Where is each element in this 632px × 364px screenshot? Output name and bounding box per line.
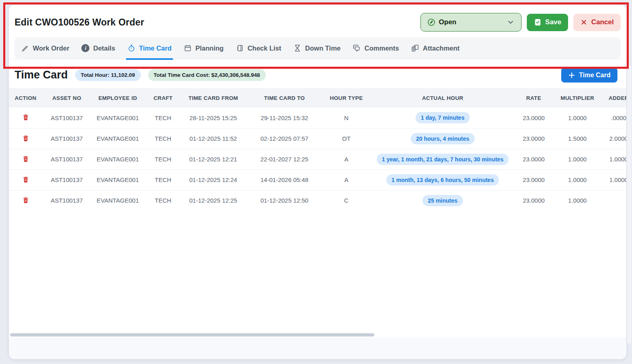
cell-asset-no: AST100137 [42,169,91,190]
tab-comments[interactable]: Comments [353,37,399,59]
cell-hour-type: A [324,149,368,169]
tab-work-order[interactable]: Work Order [21,37,69,59]
cell-time-card-from: 28-11-2025 15:25 [182,108,244,128]
column-header-actual-hour: ACTUAL HOUR [368,88,517,108]
cell-rate: 23.0000 [517,169,550,190]
total-cost-badge: Total Time Card Cost: $2,430,306,548.948 [148,69,266,81]
cell-time-card-to: 22-01-2027 12:25 [244,149,324,169]
actual-hour-pill: 20 hours, 4 minutes [411,133,474,144]
attachment-icon [411,44,419,52]
table-row: AST100137 EVANTAGE001 TECH 28-11-2025 15… [9,108,626,128]
cell-rate: 23.0000 [517,108,550,128]
cell-employee-id: EVANTAGE001 [91,128,144,149]
status-dropdown[interactable]: Open [420,13,522,32]
card-footer [9,337,626,359]
cell-asset-no: AST100137 [42,128,91,149]
cell-time-card-to: 14-01-2026 05:48 [244,169,324,190]
cell-time-card-to: 29-11-2025 15:32 [244,108,324,128]
cell-craft: TECH [144,190,182,211]
trash-icon [22,113,29,121]
table-row: AST100137 EVANTAGE001 TECH 01-12-2025 12… [9,190,626,211]
cell-adder: 2.0000 [604,128,626,149]
table-row: AST100137 EVANTAGE001 TECH 01-12-2025 11… [9,128,626,149]
tab-details[interactable]: i Details [81,37,115,59]
save-button[interactable]: Save [527,14,568,31]
notebook-icon [236,44,244,52]
total-hour-badge: Total Hour: 11,102.09 [75,69,141,81]
cell-multiplier: 1.0000 [550,190,604,211]
cell-employee-id: EVANTAGE001 [91,108,144,128]
column-header-hour-type: HOUR TYPE [324,88,368,108]
tab-label: Work Order [33,44,69,52]
work-order-card: Edit CWO100526 Work Order Open Save Canc… [9,5,626,359]
actual-hour-pill: 1 month, 13 days, 6 hours, 50 minutes [386,174,499,186]
cell-adder: 1.0000 [604,149,626,169]
open-status-leaf-icon [427,18,435,26]
cell-time-card-from: 01-12-2025 11:52 [182,128,244,149]
cancel-x-icon [580,19,587,26]
table-header-row: ACTIONASSET NOEMPLOYEE IDCRAFTTIME CARD … [9,88,626,108]
cell-actual-hour: 1 year, 1 month, 21 days, 7 hours, 30 mi… [368,149,517,169]
cell-time-card-from: 01-12-2025 12:25 [182,190,244,211]
cell-hour-type: N [324,108,368,128]
tab-down-time[interactable]: Down Time [293,37,341,59]
cell-actual-hour: 25 minutes [368,190,517,211]
table-row: AST100137 EVANTAGE001 TECH 01-12-2025 12… [9,149,626,169]
column-header-time-card-to: TIME CARD TO [244,88,324,108]
save-button-label: Save [545,18,562,26]
tab-attachment[interactable]: Attachment [411,37,460,59]
column-header-employee-id: EMPLOYEE ID [91,88,144,108]
time-card-table: ACTIONASSET NOEMPLOYEE IDCRAFTTIME CARD … [9,88,626,211]
cell-hour-type: A [324,169,368,190]
cell-multiplier: 1.0000 [550,149,604,169]
column-header-asset-no: ASSET NO [42,88,91,108]
delete-row-button[interactable] [22,196,29,204]
cell-rate: 23.0000 [517,190,550,211]
hourglass-icon [293,44,301,52]
delete-row-button[interactable] [22,113,29,121]
cell-asset-no: AST100137 [42,149,91,169]
tab-planning[interactable]: Planning [184,37,224,59]
comments-icon [353,44,361,52]
info-icon: i [81,44,89,52]
add-time-card-button[interactable]: Time Card [561,68,617,83]
horizontal-scrollbar-thumb[interactable] [10,333,374,336]
time-card-section-head: Time Card Total Hour: 11,102.09 Total Ti… [9,59,626,88]
delete-row-button[interactable] [22,155,29,163]
stopwatch-icon [127,44,136,52]
delete-row-button[interactable] [22,134,29,142]
table-row: AST100137 EVANTAGE001 TECH 01-12-2025 12… [9,169,626,190]
tabs-bar: Work Order i Details Time Card Planning … [15,37,621,59]
cell-craft: TECH [144,108,182,128]
cell-time-card-from: 01-12-2025 12:24 [182,169,244,190]
cell-multiplier: 1.5000 [550,128,604,149]
cell-actual-hour: 1 month, 13 days, 6 hours, 50 minutes [368,169,517,190]
actual-hour-pill: 1 day, 7 minutes [416,112,470,123]
cell-multiplier: 1.0000 [550,169,604,190]
delete-row-button[interactable] [22,176,29,183]
cell-time-card-to: 02-12-2025 07:57 [244,128,324,149]
cancel-button[interactable]: Cancel [573,14,621,31]
pen-icon [21,44,29,52]
trash-icon [22,196,29,204]
cell-rate: 23.0000 [517,128,550,149]
cell-employee-id: EVANTAGE001 [91,149,144,169]
cell-adder: .0000 [604,108,626,128]
cell-hour-type: C [324,190,368,211]
vertical-scrollbar-thumb[interactable] [627,65,631,344]
tab-check-list[interactable]: Check List [236,37,281,59]
cell-actual-hour: 1 day, 7 minutes [368,108,517,128]
cell-adder: 1.0000 [604,169,626,190]
save-check-icon [534,18,542,26]
cancel-button-label: Cancel [591,18,614,26]
tab-label: Attachment [423,44,460,52]
tab-time-card[interactable]: Time Card [127,37,172,59]
actual-hour-pill: 1 year, 1 month, 21 days, 7 hours, 30 mi… [377,154,509,165]
cell-time-card-from: 01-12-2025 12:21 [182,149,244,169]
tab-label: Time Card [139,44,172,52]
column-header-multiplier: MULTIPLIER [550,88,604,108]
time-card-table-wrap: ACTIONASSET NOEMPLOYEE IDCRAFTTIME CARD … [9,88,626,211]
chevron-down-icon [507,18,515,26]
tab-label: Comments [365,44,399,52]
card-header: Edit CWO100526 Work Order Open Save Canc… [9,5,626,59]
